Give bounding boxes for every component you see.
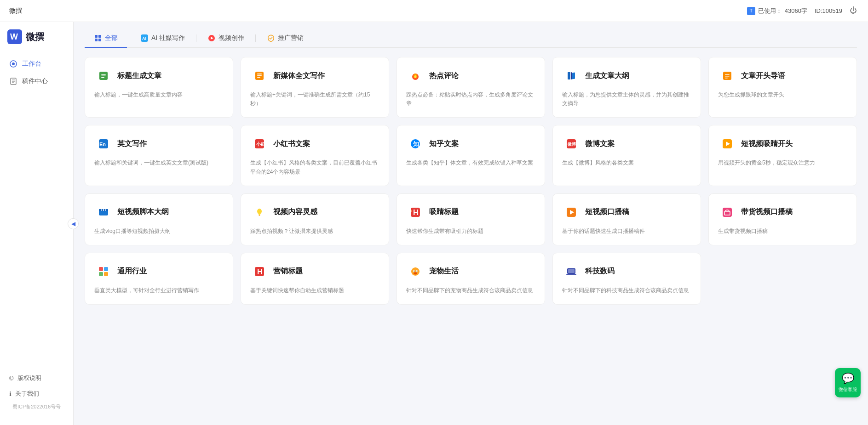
tool-card-header: 新媒体全文写作 [250,67,379,85]
tool-title-short-video-script: 短视频口播稿 [585,207,629,217]
tool-card-header: H 营销标题 [250,262,379,281]
tab-all-label: 全部 [105,34,118,42]
svg-point-70 [414,272,417,274]
svg-rect-33 [725,78,728,79]
tool-card-title-article[interactable]: 标题生成文章 输入标题，一键生成高质量文章内容 [85,57,233,118]
svg-text:小红书: 小红书 [256,142,265,147]
svg-rect-17 [101,74,106,75]
tool-icon-general-industry [94,262,113,281]
svg-rect-73 [566,274,576,275]
tool-card-header: 知 知乎文案 [406,135,535,153]
tool-card-general-industry[interactable]: 通用行业 垂直类大模型，可针对全行业进行营销写作 [85,253,233,305]
tool-desc-short-video-hook: 用视频开头的黄金5秒，稳定观众注意力 [718,159,847,167]
tool-title-xiaohongshu: 小红书文案 [273,139,310,149]
tool-card-shop-video-script[interactable]: 带货视频口播稿 生成带货视频口播稿 [708,193,857,245]
tool-card-xiaohongshu[interactable]: 小红书 小红书文案 生成【小红书】风格的各类文案，目前已覆盖小红书平台的24个内… [241,125,389,186]
tool-icon-tech-digital [562,262,581,281]
header-right: T 已使用： 43060字 ID:100519 ⏻ [747,6,859,16]
svg-text:H: H [413,209,419,216]
tool-card-article-intro[interactable]: 文章开头导语 为您生成抓眼球的文章开头 [708,57,857,118]
sidebar-label-workspace: 工作台 [22,60,41,68]
tool-card-zhihu[interactable]: 知 知乎文案 生成各类【知乎】体文章，有效完成软锚入种草文案 [397,125,545,186]
tool-title-pet-life: 宠物生活 [429,266,459,276]
tool-icon-short-video-outline [94,203,113,221]
sidebar-nav: 工作台 稿件中心 [0,55,73,370]
svg-rect-27 [568,72,570,79]
tabs-bar: 全部 AI AI 社媒写作 视频创作 推广营销 [85,29,857,48]
tool-title-short-video-hook: 短视频吸睛开头 [741,139,793,149]
tool-icon-shop-video-script [718,203,736,221]
svg-text:AI: AI [142,36,146,41]
svg-rect-22 [257,75,262,76]
tool-card-marketing-title[interactable]: H 营销标题 基于关键词快速帮你自动生成营销标题 [241,253,389,305]
tool-icon-xiaohongshu: 小红书 [250,135,269,153]
svg-rect-23 [257,77,260,78]
tool-title-article-outline: 生成文章大纲 [585,71,629,81]
svg-rect-29 [572,72,575,79]
tool-title-english-writing: 英文写作 [117,139,147,149]
tool-card-english-writing[interactable]: En 英文写作 输入标题和关键词，一键生成英文文章(测试版) [85,125,233,186]
workspace-icon [9,60,17,68]
tool-title-catchy-title: 吸睛标题 [429,207,459,217]
tool-card-tech-digital[interactable]: 科技数码 针对不同品牌下的科技商品生成符合该商品卖点信息 [552,253,701,305]
tool-card-article-outline[interactable]: 生成文章大纲 输入标题，为您提供文章主体的灵感，并为其创建推文摘导 [552,57,701,118]
tool-card-header: 短视频吸睛开头 [718,135,847,153]
tool-title-short-video-outline: 短视频脚本大纲 [117,207,169,217]
svg-rect-72 [568,269,575,273]
svg-rect-57 [723,208,732,217]
sidebar-item-workspace[interactable]: 工作台 [0,55,73,73]
svg-point-69 [417,271,418,272]
top-header: 微撰 T 已使用： 43060字 ID:100519 ⏻ [0,0,868,22]
sidebar-copyright[interactable]: © 版权说明 [0,370,73,386]
tool-title-weibo: 微博文案 [585,139,615,149]
svg-rect-8 [95,35,98,38]
tool-card-header: 短视频脚本大纲 [94,203,224,221]
tool-card-header: 文章开头导语 [718,67,847,85]
sidebar-item-drafts[interactable]: 稿件中心 [0,73,73,90]
tool-card-video-inspiration[interactable]: 视频内容灵感 踩热点拍视频？让微撰来提供灵感 [241,193,389,245]
tool-card-header: 科技数码 [562,262,691,281]
header-title: 微撰 [9,7,22,15]
tool-desc-marketing-title: 基于关键词快速帮你自动生成营销标题 [250,286,379,295]
logo-text: 微撰 [26,31,44,43]
wechat-label: 微信客服 [839,386,857,393]
tab-social[interactable]: AI AI 社媒写作 [131,29,194,48]
tool-card-header: Hi 吸睛标题 [406,203,535,221]
svg-point-68 [414,271,415,272]
tab-all[interactable]: 全部 [85,29,127,48]
wechat-service-button[interactable]: 💬 微信客服 [835,368,861,397]
svg-rect-50 [259,214,260,215]
tool-icon-title-article [94,67,113,85]
tool-card-new-media[interactable]: 新媒体全文写作 输入标题+关键词，一键准确生成所需文章（约15秒） [241,57,389,118]
tab-marketing-icon [267,34,275,42]
tab-marketing[interactable]: 推广营销 [258,29,313,48]
svg-rect-61 [99,272,103,276]
tool-desc-new-media: 输入标题+关键词，一键准确生成所需文章（约15秒） [250,91,379,108]
svg-text:微博: 微博 [567,142,576,147]
tool-desc-tech-digital: 针对不同品牌下的科技商品生成符合该商品卖点信息 [562,286,691,295]
tool-icon-zhihu: 知 [406,135,425,153]
tab-all-icon [94,34,102,42]
svg-rect-31 [725,74,730,75]
usage-count: 43060字 [785,7,807,15]
tool-desc-zhihu: 生成各类【知乎】体文章，有效完成软锚入种草文案 [406,159,535,167]
tool-card-short-video-script[interactable]: 短视频口播稿 基于你的话题快速生成口播播稿件 [552,193,701,245]
tool-card-header: 带货视频口播稿 [718,203,847,221]
tool-icon-video-inspiration [250,203,269,221]
svg-point-3 [12,62,15,65]
tool-card-header: 标题生成文章 [94,67,224,85]
tool-title-zhihu: 知乎文案 [429,139,459,149]
tab-video[interactable]: 视频创作 [198,29,253,48]
svg-rect-62 [104,272,108,276]
svg-rect-51 [259,215,260,216]
tool-card-short-video-hook[interactable]: 短视频吸睛开头 用视频开头的黄金5秒，稳定观众注意力 [708,125,857,186]
tool-card-short-video-outline[interactable]: 短视频脚本大纲 生成vlog口播等短视频拍摄大纲 [85,193,233,245]
tool-card-weibo[interactable]: 微博 微博文案 生成【微博】风格的各类文案 [552,125,701,186]
tool-card-catchy-title[interactable]: Hi 吸睛标题 快速帮你生成带有吸引力的标题 [397,193,545,245]
tool-card-hot-comment[interactable]: 热点评论 踩热点必备：粘贴实时热点内容，生成多角度评论文章 [397,57,545,118]
tool-desc-pet-life: 针对不同品牌下的宠物商品生成符合该商品卖点信息 [406,286,535,295]
collapse-sidebar-button[interactable]: ◀ [68,218,79,229]
tool-card-pet-life[interactable]: 宠物生活 针对不同品牌下的宠物商品生成符合该商品卖点信息 [397,253,545,305]
sidebar-about[interactable]: ℹ 关于我们 [0,386,73,402]
logout-icon[interactable]: ⏻ [850,6,859,16]
